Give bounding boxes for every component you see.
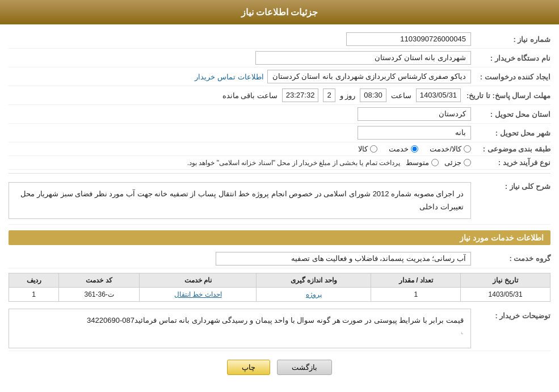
col-nam: نام خدمت xyxy=(140,273,257,287)
ostan-box: کردستان xyxy=(358,107,471,121)
etelaat-tamas-link[interactable]: اطلاعات تماس خریدار xyxy=(195,73,263,81)
shahr-row: شهر محل تحویل : بانه xyxy=(9,124,550,142)
page-header: جزئیات اطلاعات نیاز xyxy=(0,0,559,24)
shomara-label: شماره نیاز : xyxy=(471,35,550,44)
tabaqe-value: کالا/خدمت خدمت کالا xyxy=(9,145,471,153)
rooz-label: روز و xyxy=(340,91,356,100)
gorooh-box: آب رسانی؛ مدیریت پسماند، فاضلاب و فعالیت… xyxy=(216,252,471,265)
radio-jozii[interactable]: جزئی xyxy=(444,158,471,167)
table-row: 1403/05/31 1 پروژه احداث خط انتقال ت-36-… xyxy=(9,287,550,301)
shahr-label: شهر محل تحویل : xyxy=(471,129,550,137)
radio-jozii-input[interactable] xyxy=(464,159,471,166)
radio-kala-khadamat[interactable]: کالا/خدمت xyxy=(430,145,471,153)
button-row: بازگشت چاپ xyxy=(9,360,550,375)
khadamat-section-title: اطلاعات خدمات مورد نیاز xyxy=(9,230,550,245)
gorooh-label: گروه خدمت : xyxy=(471,254,550,263)
farayand-label: نوع فرآیند خرید : xyxy=(471,158,550,167)
mohlat-row: مهلت ارسال پاسخ: تا تاریخ: 1403/05/31 سا… xyxy=(9,86,550,105)
ostan-value: کردستان xyxy=(9,107,471,121)
radio-khadamat-input[interactable] xyxy=(411,145,418,153)
mohlat-value: 1403/05/31 ساعت 08:30 روز و 2 23:27:32 س… xyxy=(9,88,461,102)
radio-motevaset[interactable]: متوسط xyxy=(406,158,439,167)
cell-radif: 1 xyxy=(9,287,59,301)
radio-kala-label: کالا xyxy=(358,145,368,153)
sharh-box: در اجرای مصوبه شماره 2012 شورای اسلامی د… xyxy=(9,182,471,219)
toseeh-row: توضیحات خریدار : قیمت برابر با شرایط پیو… xyxy=(9,306,550,351)
farayand-note: پرداخت تمام یا بخشی از مبلغ خریدار از مح… xyxy=(187,159,400,167)
ostan-row: استان محل تحویل : کردستان xyxy=(9,105,550,124)
shomara-value: 1103090726000045 xyxy=(9,32,471,46)
col-code: کد خدمت xyxy=(59,273,140,287)
dastgah-box: شهرداری بانه استان کردستان xyxy=(255,51,471,65)
col-tedad: تعداد / مقدار xyxy=(371,273,461,287)
ijad-value: دیاکو صفری کارشناس کاربردازی شهرداری بان… xyxy=(9,70,471,83)
radio-khadamat-label: خدمت xyxy=(389,145,409,153)
radio-motevaset-input[interactable] xyxy=(431,159,439,166)
toseeh-value: قیمت برابر با شرایط پیوستی در صورت هر گو… xyxy=(9,309,471,348)
ijad-label: ایجاد کننده درخواست : xyxy=(471,73,550,81)
ostan-label: استان محل تحویل : xyxy=(471,110,550,119)
shahr-box: بانه xyxy=(358,126,471,140)
tabaqe-row: طبقه بندی موضوعی : کالا/خدمت خدمت کالا xyxy=(9,142,550,156)
baqi-box: 23:27:32 xyxy=(282,88,319,102)
cell-tedad: 1 xyxy=(371,287,461,301)
rooz-box: 2 xyxy=(323,88,335,102)
saat-label: ساعت xyxy=(391,91,411,100)
col-vahed: واحد اندازه گیری xyxy=(257,273,371,287)
page-wrapper: جزئیات اطلاعات نیاز شماره نیاز : 1103090… xyxy=(0,0,559,392)
tabaqe-label: طبقه بندی موضوعی : xyxy=(471,145,550,153)
print-button[interactable]: چاپ xyxy=(227,360,270,375)
vahed-link[interactable]: پروژه xyxy=(306,290,322,298)
shahr-value: بانه xyxy=(9,126,471,140)
ijad-row: ایجاد کننده درخواست : دیاکو صفری کارشناس… xyxy=(9,68,550,86)
sharh-label: شرح کلی نیاز : xyxy=(471,179,550,191)
saat-box: 08:30 xyxy=(360,88,386,102)
dastgah-label: نام دستگاه خریدار : xyxy=(471,54,550,62)
sharh-row: شرح کلی نیاز : در اجرای مصوبه شماره 2012… xyxy=(9,177,550,225)
content-area: شماره نیاز : 1103090726000045 نام دستگاه… xyxy=(0,24,559,386)
mohlat-label: مهلت ارسال پاسخ: تا تاریخ: xyxy=(461,91,550,100)
sharh-value: در اجرای مصوبه شماره 2012 شورای اسلامی د… xyxy=(9,179,471,222)
date-box: 1403/05/31 xyxy=(416,88,461,102)
col-tarikh: تاریخ نیاز xyxy=(461,273,550,287)
table-header-row: تاریخ نیاز تعداد / مقدار واحد اندازه گیر… xyxy=(9,273,550,287)
radio-kala-khadamat-input[interactable] xyxy=(464,145,471,153)
ijad-box: دیاکو صفری کارشناس کاربردازی شهرداری بان… xyxy=(267,70,471,83)
farayand-row: نوع فرآیند خرید : جزئی متوسط پرداخت تمام… xyxy=(9,156,550,170)
radio-kala[interactable]: کالا xyxy=(358,145,377,153)
radio-khadamat[interactable]: خدمت xyxy=(389,145,418,153)
cell-vahed: پروژه xyxy=(257,287,371,301)
gorooh-row: گروه خدمت : آب رسانی؛ مدیریت پسماند، فاض… xyxy=(9,250,550,268)
radio-jozii-label: جزئی xyxy=(444,158,461,167)
radio-motevaset-label: متوسط xyxy=(406,158,429,167)
resize-icon: ⌞ xyxy=(461,327,464,337)
toseeh-label: توضیحات خریدار : xyxy=(471,309,550,320)
cell-code: ت-36-361 xyxy=(59,287,140,301)
dastgah-value: شهرداری بانه استان کردستان xyxy=(9,51,471,65)
baqi-label: ساعت باقی مانده xyxy=(222,91,278,100)
cell-nam: احداث خط انتقال xyxy=(140,287,257,301)
services-table: تاریخ نیاز تعداد / مقدار واحد اندازه گیر… xyxy=(9,273,550,302)
page-title: جزئیات اطلاعات نیاز xyxy=(241,7,318,17)
shomara-box: 1103090726000045 xyxy=(346,32,471,46)
farayand-value: جزئی متوسط پرداخت تمام یا بخشی از مبلغ خ… xyxy=(9,158,471,167)
khadamat-link[interactable]: احداث خط انتقال xyxy=(174,290,222,298)
cell-tarikh: 1403/05/31 xyxy=(461,287,550,301)
dastgah-row: نام دستگاه خریدار : شهرداری بانه استان ک… xyxy=(9,49,550,68)
shomara-row: شماره نیاز : 1103090726000045 xyxy=(9,30,550,49)
back-button[interactable]: بازگشت xyxy=(277,360,332,375)
gorooh-value: آب رسانی؛ مدیریت پسماند، فاضلاب و فعالیت… xyxy=(9,252,471,265)
toseeh-text: قیمت برابر با شرایط پیوستی در صورت هر گو… xyxy=(16,314,464,327)
divider-1 xyxy=(9,173,550,174)
radio-kala-input[interactable] xyxy=(370,145,377,153)
col-radif: ردیف xyxy=(9,273,59,287)
radio-kala-khadamat-label: کالا/خدمت xyxy=(430,145,461,153)
toseeh-box: قیمت برابر با شرایط پیوستی در صورت هر گو… xyxy=(9,309,471,348)
